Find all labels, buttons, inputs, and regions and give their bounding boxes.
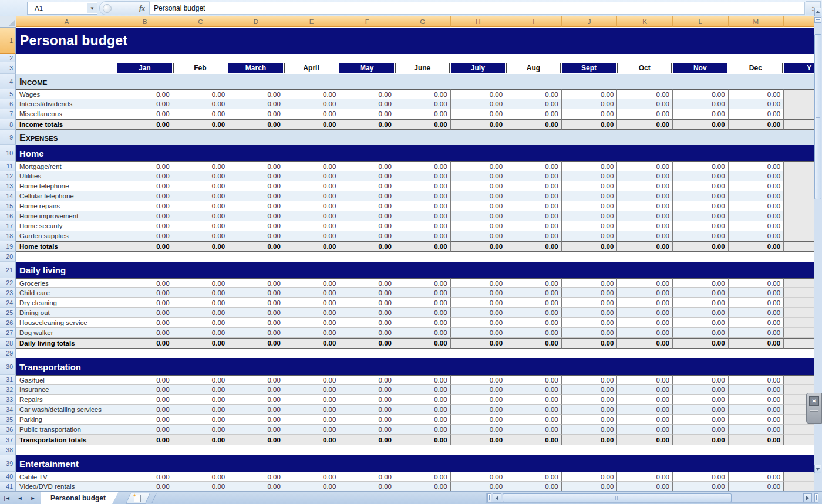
budget-line-label[interactable]: Dry cleaning [16, 298, 117, 308]
value-cell[interactable]: 0.00 [284, 288, 339, 298]
value-cell[interactable]: 0.00 [672, 288, 728, 298]
value-cell[interactable]: 0.00 [728, 395, 784, 405]
value-cell[interactable]: 0.00 [506, 161, 561, 171]
budget-line-label[interactable]: Parking [16, 415, 117, 425]
value-cell[interactable]: 0.00 [506, 221, 561, 231]
column-header-C[interactable]: C [173, 16, 229, 27]
value-cell[interactable]: 0.00 [339, 171, 395, 181]
value-cell[interactable]: 0.00 [672, 278, 728, 288]
empty-row-cell[interactable] [16, 445, 814, 455]
value-cell[interactable]: 0.00 [728, 318, 784, 328]
value-cell[interactable]: 0.00 [561, 415, 617, 425]
value-cell[interactable]: 0.00 [395, 415, 450, 425]
value-cell[interactable]: 0.00 [173, 99, 228, 109]
row-header-31[interactable]: 31 [0, 375, 16, 385]
value-cell[interactable]: 0.00 [616, 338, 672, 349]
budget-line-label[interactable]: Home telephone [16, 181, 117, 191]
value-cell[interactable]: 0.00 [450, 328, 506, 338]
value-cell[interactable]: 0.00 [672, 161, 728, 171]
vertical-scroll-thumb[interactable] [814, 34, 821, 199]
value-cell[interactable]: 0.00 [228, 288, 284, 298]
value-cell[interactable]: 0.00 [117, 298, 173, 308]
value-cell[interactable]: 0.00 [117, 241, 173, 252]
value-cell[interactable]: 0.00 [728, 201, 784, 211]
row-header-36[interactable]: 36 [0, 425, 16, 435]
value-cell[interactable]: 0.00 [284, 211, 339, 221]
value-cell[interactable]: 0.00 [173, 171, 228, 181]
value-cell[interactable]: 0.00 [506, 308, 561, 318]
value-cell[interactable]: 0.00 [228, 415, 284, 425]
value-cell[interactable]: 0.00 [672, 221, 728, 231]
value-cell[interactable]: 0.00 [117, 395, 173, 405]
value-cell[interactable]: 0.00 [450, 425, 506, 435]
value-cell[interactable]: 0.00 [728, 435, 784, 445]
value-cell[interactable]: 0.00 [561, 482, 617, 491]
value-cell[interactable]: 0.00 [728, 109, 784, 119]
year-total-cell[interactable] [783, 241, 814, 252]
row-header-19[interactable]: 19 [0, 241, 16, 252]
row-header-21[interactable]: 21 [0, 262, 16, 278]
budget-line-label[interactable]: Miscellaneous [16, 109, 117, 119]
value-cell[interactable]: 0.00 [284, 99, 339, 109]
row-header-16[interactable]: 16 [0, 211, 16, 221]
horizontal-split-handle[interactable] [487, 493, 491, 502]
value-cell[interactable]: 0.00 [173, 241, 228, 252]
row-header-1[interactable]: 1 [0, 28, 16, 54]
value-cell[interactable]: 0.00 [173, 119, 228, 130]
value-cell[interactable]: 0.00 [395, 405, 450, 415]
year-total-cell[interactable] [783, 338, 814, 349]
value-cell[interactable]: 0.00 [616, 425, 672, 435]
value-cell[interactable]: 0.00 [561, 395, 617, 405]
year-total-cell[interactable] [783, 221, 814, 231]
value-cell[interactable]: 0.00 [117, 161, 173, 171]
column-header-E[interactable]: E [284, 16, 340, 27]
value-cell[interactable]: 0.00 [284, 201, 339, 211]
column-header-partial[interactable] [784, 16, 814, 27]
row-header-28[interactable]: 28 [0, 338, 16, 349]
month-cell[interactable]: Oct [616, 62, 672, 74]
value-cell[interactable]: 0.00 [173, 278, 228, 288]
value-cell[interactable]: 0.00 [728, 241, 784, 252]
vertical-split-handle[interactable] [814, 17, 821, 23]
value-cell[interactable]: 0.00 [506, 278, 561, 288]
value-cell[interactable]: 0.00 [728, 221, 784, 231]
value-cell[interactable]: 0.00 [284, 375, 339, 385]
value-cell[interactable]: 0.00 [173, 415, 228, 425]
value-cell[interactable]: 0.00 [395, 472, 450, 482]
value-cell[interactable]: 0.00 [616, 211, 672, 221]
scroll-left-button[interactable] [493, 493, 501, 502]
value-cell[interactable]: 0.00 [728, 99, 784, 109]
value-cell[interactable]: 0.00 [672, 435, 728, 445]
value-cell[interactable]: 0.00 [228, 395, 284, 405]
scroll-down-button[interactable] [814, 465, 821, 473]
budget-line-label[interactable]: Home totals [16, 241, 117, 252]
row-header-26[interactable]: 26 [0, 318, 16, 328]
value-cell[interactable]: 0.00 [173, 425, 228, 435]
value-cell[interactable]: 0.00 [173, 482, 228, 491]
year-total-cell[interactable] [783, 375, 814, 385]
empty-row-cell[interactable] [16, 54, 814, 62]
value-cell[interactable]: 0.00 [339, 482, 395, 491]
value-cell[interactable]: 0.00 [395, 221, 450, 231]
year-total-cell[interactable] [783, 318, 814, 328]
value-cell[interactable]: 0.00 [616, 298, 672, 308]
row-header-35[interactable]: 35 [0, 415, 16, 425]
value-cell[interactable]: 0.00 [506, 385, 561, 395]
value-cell[interactable]: 0.00 [284, 109, 339, 119]
value-cell[interactable]: 0.00 [173, 181, 228, 191]
value-cell[interactable]: 0.00 [173, 405, 228, 415]
section-banner-cell[interactable]: Daily living [16, 262, 814, 278]
value-cell[interactable]: 0.00 [616, 482, 672, 491]
value-cell[interactable]: 0.00 [561, 119, 617, 130]
value-cell[interactable]: 0.00 [561, 288, 617, 298]
value-cell[interactable]: 0.00 [339, 415, 395, 425]
value-cell[interactable]: 0.00 [506, 298, 561, 308]
value-cell[interactable]: 0.00 [450, 308, 506, 318]
value-cell[interactable]: 0.00 [561, 221, 617, 231]
budget-line-label[interactable]: Dog walker [16, 328, 117, 338]
value-cell[interactable]: 0.00 [284, 395, 339, 405]
value-cell[interactable]: 0.00 [616, 278, 672, 288]
value-cell[interactable]: 0.00 [173, 89, 228, 99]
value-cell[interactable]: 0.00 [173, 435, 228, 445]
value-cell[interactable]: 0.00 [450, 109, 506, 119]
